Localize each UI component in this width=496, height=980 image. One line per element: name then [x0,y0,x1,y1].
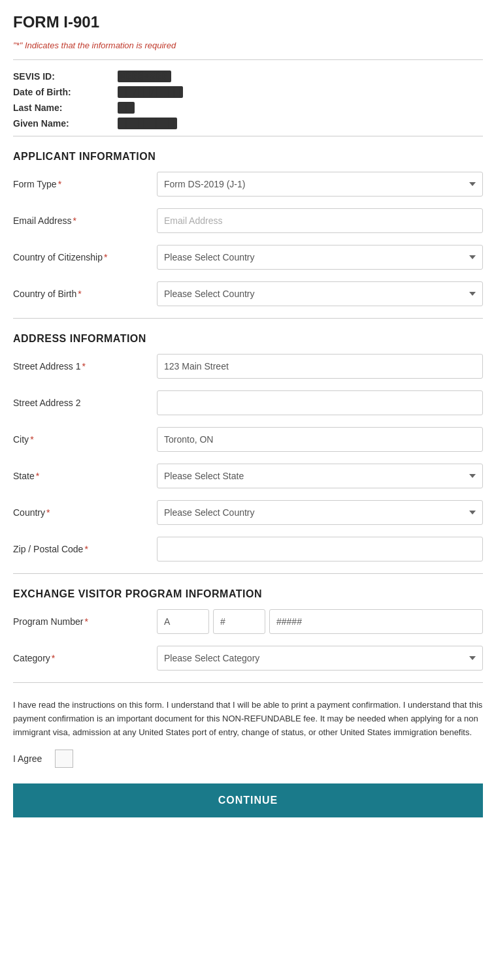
city-label: City* [13,434,157,445]
country-citizenship-row: Country of Citizenship* Please Select Co… [13,245,483,270]
street2-input[interactable] [157,390,483,415]
last-name-value: ██ [118,102,135,114]
dob-value: ██/██/████ [118,86,183,98]
country-row: Country* Please Select Country Canada Un… [13,500,483,525]
category-select[interactable]: Please Select Category Student Exchange … [157,646,483,671]
country-citizenship-label: Country of Citizenship* [13,252,157,262]
given-name-label: Given Name: [13,118,118,129]
zip-label: Zip / Postal Code* [13,544,157,554]
continue-button[interactable]: CONTINUE [13,783,483,817]
page-title: FORM I-901 [13,13,483,31]
zip-input[interactable] [157,537,483,561]
city-input[interactable] [157,427,483,452]
footer-divider [13,682,483,683]
dob-label: Date of Birth: [13,87,118,97]
country-citizenship-select[interactable]: Please Select Country Canada United Stat… [157,245,483,270]
given-name-row: Given Name: ██ █ ██ █ [13,118,483,129]
street2-row: Street Address 2 [13,390,483,415]
given-name-value: ██ █ ██ █ [118,118,177,129]
email-label: Email Address* [13,215,157,226]
disclaimer-text: I have read the instructions on this for… [13,699,483,739]
program-number-group [157,609,483,634]
street2-label: Street Address 2 [13,398,157,408]
country-select[interactable]: Please Select Country Canada United Stat… [157,500,483,525]
user-info-block: SEVIS ID: N▓▓▓+▓▓▓ Date of Birth: ██/██/… [13,71,483,129]
program-part1-input[interactable] [157,609,209,634]
zip-row: Zip / Postal Code* [13,537,483,561]
form-type-label: Form Type* [13,179,157,189]
city-row: City* [13,427,483,452]
category-label: Category* [13,653,157,663]
program-part2-input[interactable] [213,609,265,634]
country-birth-label: Country of Birth* [13,289,157,299]
address-section-title: ADDRESS INFORMATION [13,333,483,345]
dob-row: Date of Birth: ██/██/████ [13,86,483,98]
agree-row: I Agree [13,750,483,768]
agree-label: I Agree [13,753,42,764]
country-label: Country* [13,507,157,518]
applicant-section-title: APPLICANT INFORMATION [13,151,483,163]
applicant-divider [13,136,483,136]
exchange-divider [13,573,483,574]
state-label: State* [13,471,157,481]
program-number-row: Program Number* [13,609,483,634]
required-note: "*" Indicates that the information is re… [13,40,483,50]
form-type-select[interactable]: Form DS-2019 (J-1) Form I-20 (F-1) Form … [157,172,483,197]
sevis-id-row: SEVIS ID: N▓▓▓+▓▓▓ [13,71,483,82]
program-part3-input[interactable] [269,609,483,634]
address-divider [13,318,483,319]
street1-label: Street Address 1* [13,361,157,371]
country-birth-row: Country of Birth* Please Select Country … [13,281,483,306]
street1-row: Street Address 1* [13,354,483,379]
last-name-row: Last Name: ██ [13,102,483,114]
street1-input[interactable] [157,354,483,379]
email-input[interactable] [157,208,483,233]
program-number-label: Program Number* [13,616,157,627]
last-name-label: Last Name: [13,103,118,113]
state-select[interactable]: Please Select State Alabama California O… [157,464,483,488]
sevis-id-label: SEVIS ID: [13,71,118,82]
agree-checkbox[interactable] [55,750,73,768]
state-row: State* Please Select State Alabama Calif… [13,464,483,488]
form-type-row: Form Type* Form DS-2019 (J-1) Form I-20 … [13,172,483,197]
sevis-id-value: N▓▓▓+▓▓▓ [118,71,171,82]
category-row: Category* Please Select Category Student… [13,646,483,671]
exchange-section-title: EXCHANGE VISITOR PROGRAM INFORMATION [13,588,483,600]
email-row: Email Address* [13,208,483,233]
top-divider [13,59,483,60]
country-birth-select[interactable]: Please Select Country Canada United Stat… [157,281,483,306]
